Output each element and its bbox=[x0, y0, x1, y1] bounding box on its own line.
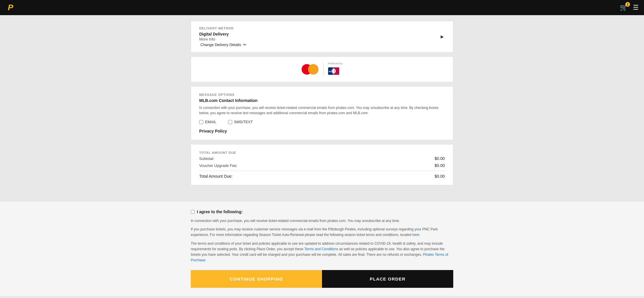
edit-icon: ✏ bbox=[243, 43, 246, 47]
terms-text-3: The terms and conditions of your ticket … bbox=[191, 241, 453, 263]
message-options-label: MESSAGE OPTIONS bbox=[199, 93, 445, 96]
privacy-policy-link[interactable]: Privacy Policy bbox=[199, 129, 445, 133]
total-amount-card: TOTAL AMOUNT DUE Subtotal: $0.00 Voucher… bbox=[191, 144, 453, 185]
subtotal-label: Subtotal: bbox=[199, 156, 214, 161]
main-content: DELIVERY METHOD Digital Delivery More In… bbox=[191, 15, 453, 201]
site-header: P 🛒 1 ☰ bbox=[0, 0, 644, 15]
sms-label: SMS/TEXT bbox=[234, 120, 253, 124]
logo-letter: P bbox=[8, 3, 13, 12]
mastercard-logo bbox=[302, 64, 318, 75]
terms-text-1: In connection with your purchase, you wi… bbox=[191, 218, 453, 224]
email-checkbox-label[interactable]: EMAIL bbox=[199, 120, 216, 124]
sms-checkbox-label[interactable]: SMS/TEXT bbox=[228, 120, 253, 124]
bottom-inner: I agree to the following: In connection … bbox=[191, 209, 453, 296]
subtotal-value: $0.00 bbox=[435, 156, 445, 161]
preferred-text: Preferred by bbox=[328, 62, 343, 65]
mlb-logo-svg: MLB bbox=[328, 66, 339, 77]
email-label: EMAIL bbox=[205, 120, 216, 124]
continue-shopping-button[interactable]: CONTINUE SHOPPING bbox=[191, 270, 322, 288]
contact-title: MLB.com Contact Information bbox=[199, 98, 445, 103]
terms-conditions-link[interactable]: Terms and Conditions bbox=[304, 247, 338, 251]
bottom-section: I agree to the following: In connection … bbox=[0, 201, 644, 296]
total-label: Total Amount Due: bbox=[199, 174, 232, 179]
delivery-method-name: Digital Delivery bbox=[199, 32, 246, 36]
total-value: $0.00 bbox=[435, 174, 445, 179]
here-link[interactable]: here bbox=[412, 233, 419, 237]
message-options-card: MESSAGE OPTIONS MLB.com Contact Informat… bbox=[191, 86, 453, 140]
logo[interactable]: P bbox=[5, 2, 16, 13]
subtotal-row: Subtotal: $0.00 bbox=[199, 156, 445, 161]
voucher-fee-label: Voucher Upgrade Fee: bbox=[199, 163, 237, 168]
checkbox-row: EMAIL SMS/TEXT bbox=[199, 120, 445, 124]
terms-text-2: If you purchase tickets, you may receive… bbox=[191, 227, 453, 238]
cart-badge: 1 bbox=[625, 2, 630, 7]
agree-label: I agree to the following: bbox=[197, 209, 243, 214]
contact-text: In connection with your purchase, you wi… bbox=[199, 105, 445, 116]
voucher-fee-row: Voucher Upgrade Fee: $0.00 bbox=[199, 163, 445, 168]
delivery-method-card: DELIVERY METHOD Digital Delivery More In… bbox=[191, 21, 453, 52]
place-order-button[interactable]: PLACE ORDER bbox=[322, 270, 453, 288]
sms-checkbox[interactable] bbox=[228, 120, 232, 124]
hamburger-icon[interactable]: ☰ bbox=[633, 4, 639, 11]
delivery-info: DELIVERY METHOD Digital Delivery More In… bbox=[199, 27, 246, 47]
delivery-section-label: DELIVERY METHOD bbox=[199, 27, 246, 30]
payment-divider bbox=[323, 63, 323, 76]
header-right-controls: 🛒 1 ☰ bbox=[620, 4, 639, 11]
total-section-label: TOTAL AMOUNT DUE bbox=[199, 151, 445, 154]
pirates-terms-link[interactable]: Pirates Terms of Purchase bbox=[191, 253, 448, 262]
total-final-row: Total Amount Due: $0.00 bbox=[199, 174, 445, 179]
total-divider bbox=[199, 171, 445, 171]
payment-logos-card: Preferred by MLB bbox=[191, 57, 453, 82]
agree-checkbox[interactable] bbox=[191, 210, 195, 214]
email-checkbox[interactable] bbox=[199, 120, 203, 124]
delivery-more-info[interactable]: More Info bbox=[199, 37, 246, 41]
delivery-change-link[interactable]: Change Delivery Details ✏ bbox=[199, 43, 246, 47]
delivery-chevron-icon[interactable]: ► bbox=[440, 34, 445, 40]
voucher-fee-value: $0.00 bbox=[435, 163, 445, 168]
mastercard-orange-circle bbox=[308, 64, 318, 75]
mlb-preferred-section: Preferred by MLB bbox=[328, 62, 343, 77]
button-row: CONTINUE SHOPPING PLACE ORDER bbox=[191, 270, 453, 288]
agree-row: I agree to the following: bbox=[191, 209, 453, 214]
cart-button[interactable]: 🛒 1 bbox=[620, 4, 628, 11]
svg-text:MLB: MLB bbox=[329, 70, 333, 73]
mlb-logo: MLB bbox=[328, 66, 339, 77]
